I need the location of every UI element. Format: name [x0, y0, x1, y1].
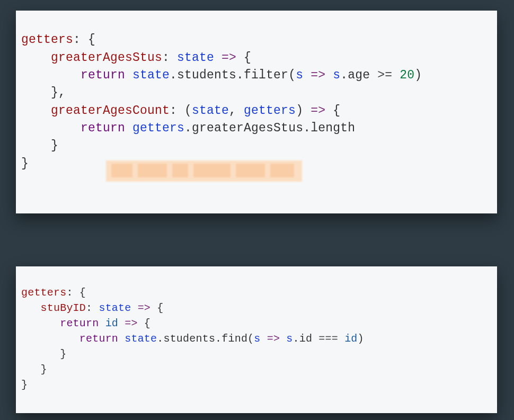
- code-text: : {: [73, 33, 95, 47]
- code-text: }: [51, 139, 58, 153]
- code-text: stuByID: [41, 302, 86, 314]
- code-text: state: [192, 104, 229, 118]
- code-text: .id: [293, 333, 319, 345]
- page-root: getters: { greaterAgesStus: state => { r…: [0, 0, 514, 420]
- code-text: =>: [303, 68, 333, 82]
- code-text: [338, 333, 344, 345]
- code-block-2: getters: { stuByID: state => { return id…: [16, 266, 497, 413]
- code-text: s: [254, 333, 260, 345]
- code-text: state: [132, 68, 170, 82]
- code-text: .age: [340, 68, 377, 82]
- code-text: return: [60, 317, 99, 329]
- code-text: .students.: [170, 68, 244, 82]
- code-text: [21, 302, 41, 314]
- code-text: }: [41, 363, 47, 376]
- code-text: find: [221, 333, 247, 345]
- code-text: [118, 333, 125, 345]
- code-text: [21, 333, 79, 345]
- code-text: :: [162, 51, 177, 65]
- code-text: =>: [261, 333, 287, 345]
- code-text: [21, 51, 51, 65]
- code-text: return: [81, 68, 125, 82]
- code-text: s: [286, 333, 293, 345]
- code-text: }: [60, 348, 66, 360]
- code-text: [21, 348, 60, 360]
- code-text: =>: [214, 51, 244, 65]
- code-text: [21, 86, 51, 100]
- code-text: ): [358, 333, 364, 345]
- code-text: filter: [244, 68, 288, 82]
- code-text: getters: [21, 33, 73, 47]
- code-text: [21, 121, 81, 135]
- code-text: }: [21, 379, 28, 391]
- code-text: [21, 317, 60, 329]
- code-text: :: [86, 302, 99, 314]
- code-text: {: [244, 51, 251, 65]
- smudge-overlay: [106, 160, 302, 182]
- code-text: [21, 139, 51, 153]
- code-text: return: [79, 333, 118, 345]
- code-text: (: [247, 333, 254, 345]
- code-text: [21, 104, 51, 118]
- code-text: ): [414, 68, 422, 82]
- code-text: (: [288, 68, 296, 82]
- code-text: =>: [131, 302, 157, 314]
- code-text: : {: [66, 287, 86, 299]
- code-block-1: getters: { greaterAgesStus: state => { r…: [16, 11, 497, 213]
- code-text: [99, 317, 105, 329]
- code-text: {: [144, 317, 150, 329]
- code-text: [392, 68, 400, 82]
- code-text: ,: [229, 104, 244, 118]
- code-text: >=: [377, 68, 392, 82]
- code-text: greaterAgesStus: [51, 51, 162, 65]
- code-text: ): [296, 104, 303, 118]
- code-text: [125, 68, 132, 82]
- code-text: =>: [303, 104, 333, 118]
- code-text: },: [51, 86, 66, 100]
- code-text: getters: [244, 104, 296, 118]
- code-text: getters: [132, 121, 184, 135]
- code-text: 20: [400, 68, 414, 82]
- code-text: state: [99, 302, 131, 314]
- code-text: state: [177, 51, 214, 65]
- code-text: .students.: [157, 333, 221, 345]
- code-text: id: [344, 333, 357, 345]
- code-text: .greaterAgesStus.length: [184, 121, 355, 135]
- code-text: getters: [21, 287, 66, 299]
- code-text: {: [157, 302, 163, 314]
- code-text: [21, 68, 81, 82]
- code-text: [125, 121, 132, 135]
- code-text: ===: [318, 333, 338, 345]
- code-text: {: [333, 104, 340, 118]
- code-text: return: [81, 121, 125, 135]
- code-text: : (: [170, 104, 192, 118]
- code-text: [21, 363, 41, 376]
- code-text: s: [296, 68, 303, 82]
- code-text: state: [125, 333, 157, 345]
- code-text: =>: [118, 317, 144, 329]
- code-text: s: [333, 68, 340, 82]
- code-text: }: [21, 157, 29, 171]
- code-text: id: [105, 317, 118, 329]
- code-text: greaterAgesCount: [51, 104, 170, 118]
